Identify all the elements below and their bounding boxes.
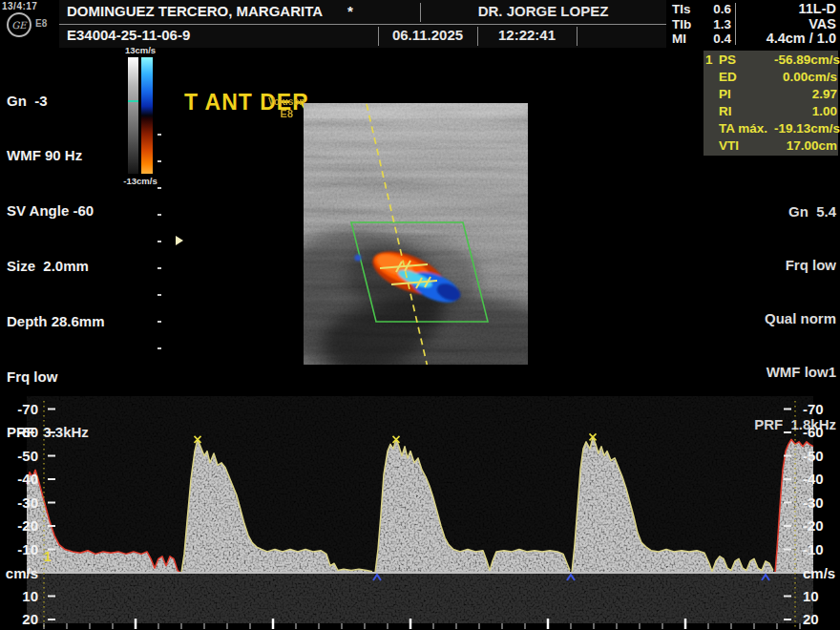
tis-value: 0.6 [713, 2, 731, 17]
depth-scale: 4.4cm / 1.0 [739, 32, 836, 47]
svg-text:-20: -20 [17, 517, 38, 534]
svg-text:-30: -30 [17, 494, 38, 511]
mi-value: 0.4 [713, 32, 731, 47]
meas-label: PI [719, 86, 774, 103]
physician-name: DR. JORGE LOPEZ [420, 3, 666, 19]
ge-logo-icon: GE [7, 12, 32, 37]
preset-name: VAS [739, 17, 836, 32]
doppler-spectrum: -70-70-60-60-50-50-40-40-30-30-20-20-10-… [0, 396, 840, 630]
meas-label: PS [719, 52, 774, 69]
svg-text:-10: -10 [803, 541, 824, 557]
colorbar: 13cm/s -13cm/s [118, 45, 162, 186]
meas-value: -19.13cm/s [774, 120, 840, 137]
probe-info-block: 11L-D VAS 4.4cm / 1.0 [739, 2, 836, 47]
thermal-index-block: TIs0.6 TIb1.3 MI0.4 [672, 2, 731, 47]
colorbar-top-label: 13cm/s [118, 45, 162, 55]
meas-label: RI [719, 103, 774, 120]
measurement-row: VTI17.00cm [705, 137, 837, 155]
param-size: Size 2.0mm [7, 257, 105, 275]
svg-text:-30: -30 [803, 494, 824, 511]
header-separator [577, 27, 578, 46]
svg-text:20: 20 [22, 611, 38, 627]
focus-marker-icon [176, 236, 183, 245]
svg-text:-50: -50 [17, 448, 38, 464]
exam-date: 06.11.2025 [378, 27, 477, 43]
depth-tick [158, 267, 161, 269]
watermark-line1: Voluson [268, 96, 305, 108]
meas-value: -56.89cm/s [774, 52, 840, 69]
measurement-row: RI1.00 [705, 103, 837, 120]
depth-tick [158, 160, 161, 162]
dparam-qual: Qual norm [703, 310, 836, 328]
svg-text:cm/s: cm/s [803, 565, 835, 581]
dparam-frq: Frq low [703, 257, 836, 275]
depth-ruler [158, 134, 163, 358]
meas-label: TA máx. [719, 120, 774, 137]
meas-label: VTI [719, 137, 774, 155]
param-wmf: WMF 90 Hz [7, 146, 105, 164]
measurement-row: TA máx.-19.13cm/s [705, 120, 837, 137]
velocity-colorbar [141, 57, 153, 174]
param-sv-angle: SV Angle -60 [7, 201, 105, 220]
meas-label: ED [719, 69, 774, 86]
svg-text:-40: -40 [17, 471, 38, 487]
watermark-line2: E8 [268, 108, 305, 119]
dparam-wmf: WMF low1 [703, 364, 836, 382]
svg-text:1: 1 [44, 549, 52, 564]
svg-text:-40: -40 [803, 471, 824, 487]
measurement-row: ED0.00cm/s [705, 69, 837, 86]
patient-banner: DOMINGUEZ TERCERO, MARGARITA* DR. JORGE … [59, 0, 666, 48]
param-depth: Depth 28.6mm [7, 312, 105, 330]
depth-tick [158, 294, 161, 296]
patient-flag: * [347, 3, 353, 19]
param-gain: Gn -3 [7, 92, 105, 110]
probe-name: 11L-D [739, 2, 836, 17]
measurement-row: PI2.97 [705, 86, 837, 103]
depth-tick [158, 214, 161, 216]
grayscale-marker [128, 100, 138, 102]
depth-tick [158, 347, 161, 349]
measurement-results: 1PS-56.89cm/s ED0.00cm/s PI2.97 RI1.00 T… [704, 51, 838, 156]
ge-logo-text: GE [11, 20, 26, 31]
meas-value: 2.97 [774, 86, 837, 103]
svg-text:-60: -60 [803, 424, 824, 440]
svg-text:-70: -70 [803, 401, 824, 417]
header-separator [735, 3, 736, 45]
depth-tick [158, 321, 161, 323]
tis-label: TIs [672, 2, 691, 17]
svg-text:-10: -10 [17, 541, 38, 557]
tib-value: 1.3 [713, 17, 731, 32]
tib-label: TIb [672, 17, 691, 32]
colorbar-bottom-label: -13cm/s [118, 176, 162, 186]
depth-tick [158, 134, 161, 136]
svg-text:cm/s: cm/s [6, 565, 38, 581]
grayscale-bar [128, 57, 138, 174]
svg-text:-20: -20 [803, 517, 824, 534]
measurement-index: 1 [705, 52, 719, 69]
bmode-image [304, 103, 528, 365]
param-frq: Frq low [7, 368, 105, 386]
system-badge: E8 [35, 18, 47, 29]
system-watermark: Voluson E8 [268, 96, 305, 119]
svg-text:-50: -50 [803, 448, 824, 464]
svg-text:-60: -60 [17, 424, 38, 440]
svg-text:10: 10 [22, 588, 38, 604]
meas-value: 1.00 [774, 103, 837, 120]
measurement-row: 1PS-56.89cm/s [705, 52, 837, 69]
dparam-gain: Gn 5.4 [703, 203, 836, 221]
patient-name: DOMINGUEZ TERCERO, MARGARITA* [67, 3, 353, 19]
exam-id: E34004-25-11-06-9 [67, 27, 190, 43]
exam-time: 12:22:41 [477, 27, 577, 43]
mi-label: MI [672, 32, 686, 47]
depth-tick [158, 187, 161, 189]
svg-text:-70: -70 [17, 401, 38, 417]
patient-name-text: DOMINGUEZ TERCERO, MARGARITA [67, 3, 323, 19]
depth-tick [158, 241, 161, 242]
meas-value: 0.00cm/s [774, 69, 837, 86]
svg-text:20: 20 [803, 611, 819, 627]
acquisition-clock: 13/4:17 [2, 1, 37, 11]
patient-row: DOMINGUEZ TERCERO, MARGARITA* DR. JORGE … [59, 0, 666, 25]
ultrasound-screen: 13/4:17 GE E8 DOMINGUEZ TERCERO, MARGARI… [0, 0, 840, 630]
svg-text:10: 10 [803, 588, 819, 604]
meas-value: 17.00cm [774, 137, 837, 155]
